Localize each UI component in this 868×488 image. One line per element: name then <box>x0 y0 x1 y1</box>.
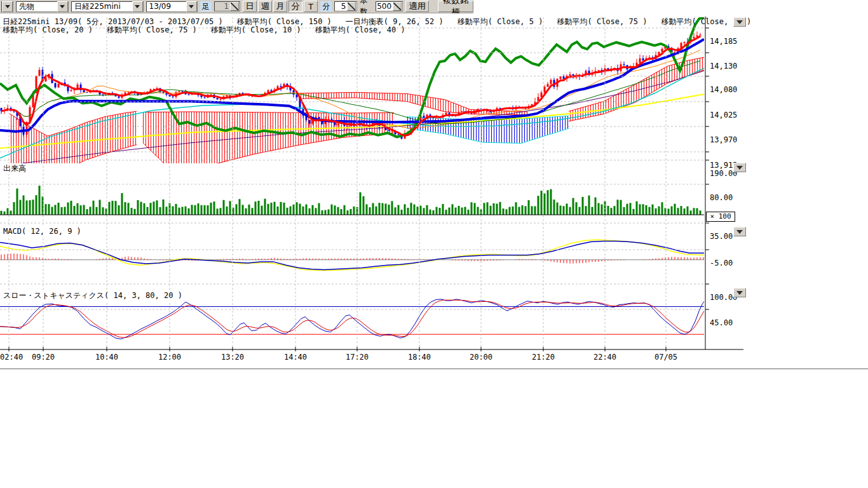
bar-interval-stepper[interactable]: 1 <box>214 1 240 11</box>
minute-label: 分 <box>320 1 332 11</box>
period-button-分[interactable]: 分 <box>288 1 302 12</box>
period-button-T[interactable]: T <box>304 1 318 12</box>
y-axis-label: 80.00 <box>710 193 733 202</box>
x-axis-label: 12:00 <box>158 353 181 362</box>
stoch-panel-label: スロー・ストキャスティクス( 14, 3, 80, 20 ) <box>3 290 183 301</box>
x-axis-label: 07/05 <box>654 353 677 362</box>
x-axis-label: 22:40 <box>593 353 616 362</box>
volume-panel-label: 出来高 <box>3 163 27 174</box>
legend-item: 移動平均( Close, 75 ) <box>557 17 647 26</box>
x-axis-label: 18:40 <box>408 353 431 362</box>
minute-stepper[interactable]: 5 <box>334 1 357 11</box>
volume-multiplier-badge: × 100 <box>706 212 735 222</box>
chevron-down-icon[interactable] <box>186 1 197 12</box>
x-axis-label: 17:20 <box>346 353 369 362</box>
legend-item: 移動平均( Close, 40 ) <box>315 25 405 34</box>
chart-bottom-border <box>0 369 868 369</box>
y-axis-label: 14,185 <box>710 37 737 46</box>
chevron-down-icon[interactable] <box>2 1 13 12</box>
multi-symbol-button[interactable]: 複数銘柄 <box>438 1 473 12</box>
symbol-select[interactable]: 日経225mini <box>71 1 144 12</box>
legend-item: 移動平均( Close, 75 ) <box>107 25 197 34</box>
x-axis-label: 02:40 <box>0 353 23 362</box>
y-axis-label: 14,130 <box>710 62 737 71</box>
price-scale-dropdown-button[interactable] <box>733 17 746 27</box>
y-axis-label: 14,025 <box>710 111 737 119</box>
x-axis-label: 13:20 <box>221 353 244 362</box>
category-select-value: 先物 <box>19 1 34 12</box>
x-axis-label: 09:20 <box>32 353 55 362</box>
period-button-週[interactable]: 週 <box>258 1 272 12</box>
y-axis-label: -5.00 <box>710 259 733 268</box>
x-axis-label: 10:40 <box>95 353 118 362</box>
legend-item: 移動平均( Close, 10 ) <box>211 25 301 34</box>
chevron-down-icon[interactable] <box>57 1 68 12</box>
chart-legend-line2: 移動平均( Close, 20 )移動平均( Close, 75 )移動平均( … <box>3 25 419 36</box>
spinner-icon[interactable] <box>230 2 239 11</box>
spinner-icon[interactable] <box>347 2 356 11</box>
count-value: 500 <box>377 2 393 11</box>
chart-area[interactable]: 日経225mini 13/09( 5分, 2013/07/03 - 2013/0… <box>0 13 868 369</box>
macd-scale-dropdown-button[interactable] <box>733 227 746 236</box>
spinner-icon[interactable] <box>393 2 402 11</box>
stoch-scale-dropdown-button[interactable] <box>733 288 746 297</box>
period-button-月[interactable]: 月 <box>273 1 287 12</box>
trading-app-window: { "toolbar": { "mini_combo": "", "catego… <box>0 0 868 488</box>
symbol-select-value: 日経225mini <box>74 1 121 12</box>
legend-item: 移動平均( Close, 20 ) <box>3 25 93 34</box>
chevron-down-icon[interactable] <box>132 1 143 12</box>
x-axis-label: 21:20 <box>532 353 555 362</box>
count-stepper[interactable]: 500 <box>376 1 403 11</box>
contract-select-value: 13/09 <box>149 2 172 11</box>
chart-canvas[interactable] <box>0 13 868 369</box>
contract-select[interactable]: 13/09 <box>146 1 198 12</box>
volume-scale-dropdown-button[interactable] <box>733 163 746 172</box>
period-button-日[interactable]: 日 <box>243 1 257 12</box>
apply-button[interactable]: 適用 <box>405 1 429 12</box>
x-axis-label: 14:40 <box>284 353 307 362</box>
toolbar: 先物 日経225mini 13/09 足 1 日週月分T 分 5 本数 500 … <box>0 0 473 13</box>
mini-dropdown[interactable] <box>1 1 13 12</box>
bar-interval-value: 1 <box>224 2 231 11</box>
bar-label: 足 <box>200 1 212 11</box>
legend-item: 移動平均( Close, 5 ) <box>458 17 543 26</box>
macd-panel-label: MACD( 12, 26, 9 ) <box>3 227 82 236</box>
y-axis-label: 14,080 <box>710 85 737 94</box>
category-select[interactable]: 先物 <box>16 1 69 12</box>
period-buttons: 日週月分T <box>243 1 318 12</box>
y-axis-label: 45.00 <box>710 318 733 327</box>
y-axis-label: 13,970 <box>710 135 737 144</box>
minute-value: 5 <box>341 2 348 11</box>
y-axis-label: 35.00 <box>710 232 733 241</box>
x-axis-label: 20:00 <box>470 353 492 362</box>
